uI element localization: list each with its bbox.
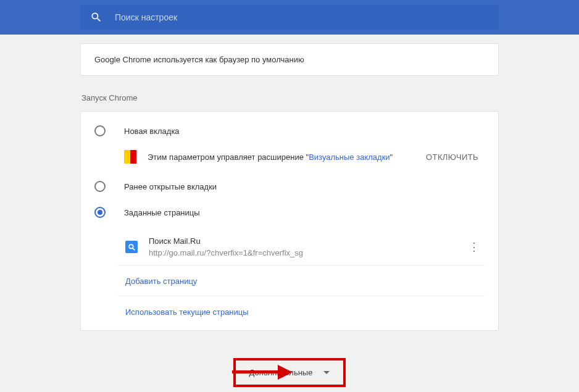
page-favicon-icon [125,241,138,253]
disable-button[interactable]: ОТКЛЮЧИТЬ [426,152,478,162]
default-browser-card: Google Chrome используется как браузер п… [80,43,499,76]
radio-label: Заданные страницы [124,208,200,217]
chevron-down-icon [323,371,330,374]
startup-section-title: Запуск Chrome [81,93,499,102]
add-page-row[interactable]: Добавить страницу [118,265,485,296]
page-info: Поиск Mail.Ru http://go.mail.ru/?chverfi… [149,236,464,257]
svg-point-0 [129,244,133,249]
radio-label: Ранее открытые вкладки [124,182,217,191]
extension-notice: Этим параметром управляет расширение "Ви… [81,144,498,173]
more-vert-icon[interactable]: ⋮ [464,240,485,254]
search-icon [90,11,102,23]
radio-specific[interactable]: Заданные страницы [81,199,498,225]
radio-new-tab[interactable]: Новая вкладка [81,118,498,144]
page-name: Поиск Mail.Ru [149,236,464,246]
extension-text: Этим параметром управляет расширение "Ви… [148,152,426,162]
radio-icon [94,207,106,218]
add-page-link: Добавить страницу [125,277,197,286]
search-placeholder: Поиск настроек [115,12,177,22]
default-browser-text: Google Chrome используется как браузер п… [94,55,304,64]
use-current-link: Использовать текущие страницы [125,307,249,317]
startup-pages-list: Поиск Mail.Ru http://go.mail.ru/?chverfi… [81,225,498,327]
radio-label: Новая вкладка [124,127,180,136]
page-url: http://go.mail.ru/?chverfix=1&fr=chverfi… [149,248,464,257]
search-bar: Поиск настроек [0,0,579,35]
advanced-container: Дополнительные [80,358,499,387]
extension-link[interactable]: Визуальные закладки [309,152,389,162]
content: Google Chrome используется как браузер п… [0,35,579,387]
use-current-row[interactable]: Использовать текущие страницы [118,296,485,327]
radio-icon [94,125,106,136]
search-box[interactable]: Поиск настроек [80,5,499,30]
extension-icon [124,150,136,164]
svg-line-1 [133,248,135,250]
radio-continue[interactable]: Ранее открытые вкладки [81,173,498,199]
radio-icon [94,181,106,192]
startup-card: Новая вкладка Этим параметром управляет … [80,111,499,331]
page-item: Поиск Mail.Ru http://go.mail.ru/?chverfi… [118,225,485,265]
